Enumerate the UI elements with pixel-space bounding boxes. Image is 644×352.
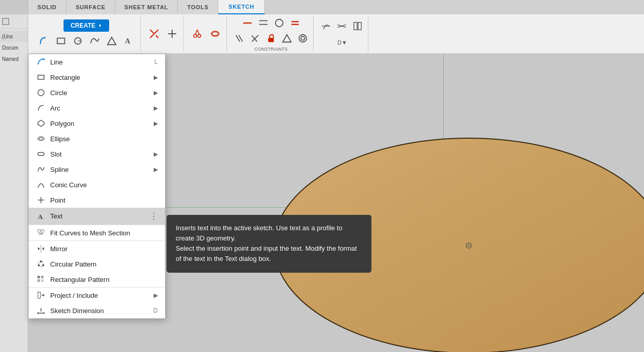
equal-icon[interactable]	[288, 16, 302, 30]
menu-item-slot-label: Slot	[50, 150, 154, 158]
menu-item-spline[interactable]: Spline ▶	[29, 162, 165, 177]
svg-marker-52	[38, 247, 40, 250]
browser-item-document[interactable]: Docum	[0, 42, 28, 53]
browser-panel: (Uns Docum Named	[0, 29, 28, 64]
menu-item-text[interactable]: A Text ⋮	[29, 208, 165, 225]
svg-rect-62	[38, 292, 40, 298]
create-dropdown-menu: Line L Rectangle ▶ Circle ▶ Arc ▶ Polygo…	[28, 54, 165, 319]
tab-tools[interactable]: TOOLS	[178, 0, 218, 14]
rect-tool-icon[interactable]	[53, 34, 69, 48]
triangle-tool-icon[interactable]	[104, 34, 119, 48]
menu-item-polygon[interactable]: Polygon ▶	[29, 116, 165, 131]
arc-tool-icon[interactable]	[36, 34, 52, 48]
menu-item-arc-label: Arc	[50, 104, 154, 112]
coincident-icon[interactable]	[240, 16, 255, 30]
create-button[interactable]: CREATE ▼	[64, 19, 109, 32]
menu-item-ellipse[interactable]: Ellipse	[29, 131, 165, 146]
tab-sketch[interactable]: SKETCH	[218, 0, 265, 14]
svg-line-6	[150, 30, 154, 33]
menu-item-rectangle-arrow: ▶	[154, 74, 158, 81]
dimension-tool-icon[interactable]: A	[121, 34, 136, 48]
horizontal-icon[interactable]	[335, 19, 349, 33]
menu-item-sketch-dimension-shortcut: D	[153, 307, 158, 314]
tooltip-line2: Select the insertion point and input the…	[176, 244, 362, 264]
circle-menu-icon	[36, 89, 46, 97]
drive-icon[interactable]: D▼	[335, 35, 349, 49]
circle-constraint-icon[interactable]	[272, 16, 286, 30]
left-sidebar: (Uns Docum Named	[0, 14, 28, 352]
tangent-icon[interactable]	[319, 19, 333, 33]
svg-line-7	[156, 35, 158, 38]
collinear-icon[interactable]	[256, 16, 271, 30]
tab-surface[interactable]: SURFACE	[67, 0, 115, 14]
menu-item-circle-label: Circle	[50, 89, 154, 97]
menu-item-spline-arrow: ▶	[154, 166, 158, 173]
rectangular-pattern-icon	[36, 275, 46, 283]
fit-curves-icon	[36, 229, 46, 237]
svg-marker-53	[42, 247, 44, 250]
svg-rect-59	[41, 276, 44, 278]
menu-item-arc-arrow: ▶	[154, 105, 158, 112]
menu-item-conic-curve[interactable]: Conic Curve	[29, 177, 165, 192]
menu-item-rectangle[interactable]: Rectangle ▶	[29, 70, 165, 85]
menu-item-circular-label: Circular Pattern	[50, 260, 158, 268]
svg-rect-31	[354, 22, 357, 30]
menu-item-project-include[interactable]: Project / Include ▶	[29, 287, 165, 303]
slot-menu-icon	[36, 150, 46, 158]
menu-item-polygon-arrow: ▶	[154, 120, 158, 127]
point-menu-icon	[36, 196, 46, 204]
svg-rect-49	[38, 230, 40, 232]
tab-sheet-metal[interactable]: SHEET METAL	[115, 0, 178, 14]
browser-item-unsaved[interactable]: (Uns	[0, 31, 28, 42]
menu-item-fit-label: Fit Curves to Mesh Section	[50, 229, 158, 237]
menu-item-sketch-dimension-label: Sketch Dimension	[50, 307, 153, 315]
svg-rect-34	[3, 18, 9, 25]
menu-item-fit-curves[interactable]: Fit Curves to Mesh Section	[29, 225, 165, 240]
menu-item-slot[interactable]: Slot ▶	[29, 146, 165, 162]
menu-item-sketch-dimension[interactable]: Sketch Dimension D	[29, 303, 165, 318]
menu-item-circular-pattern[interactable]: Circular Pattern	[29, 256, 165, 272]
concentric-icon[interactable]	[296, 31, 310, 46]
browser-item-named[interactable]: Named	[0, 53, 28, 64]
menu-item-line[interactable]: Line L	[29, 54, 165, 70]
more-constraints-section: D▼	[316, 16, 368, 52]
spline-menu-icon	[36, 165, 46, 173]
circle-tool-icon[interactable]	[70, 34, 86, 48]
scissors-icon[interactable]	[189, 26, 205, 42]
menu-item-rectangular-label: Rectangular Pattern	[50, 276, 158, 283]
svg-marker-25	[283, 35, 291, 42]
menu-item-circle[interactable]: Circle ▶	[29, 85, 165, 100]
extend-icon[interactable]	[164, 26, 180, 42]
menu-item-text-more[interactable]: ⋮	[150, 211, 158, 221]
menu-item-arc[interactable]: Arc ▶	[29, 100, 165, 116]
svg-point-41	[38, 90, 44, 96]
tooltip: Inserts text into the active sketch. Use…	[167, 215, 371, 273]
ellipse-menu-icon	[36, 135, 46, 143]
browser-item-1[interactable]	[0, 14, 28, 29]
split-icon[interactable]	[350, 19, 365, 33]
parallel-icon[interactable]	[232, 31, 246, 46]
svg-rect-60	[37, 279, 40, 282]
modify-label: CONSTRAINTS	[255, 47, 288, 52]
mirror-icon	[36, 245, 46, 253]
svg-point-17	[275, 19, 283, 27]
svg-point-26	[299, 35, 307, 42]
perpendicular-icon[interactable]	[248, 31, 262, 46]
triangle-constraint-icon[interactable]	[280, 31, 294, 46]
menu-item-rectangular-pattern[interactable]: Rectangular Pattern	[29, 272, 165, 287]
menu-item-circle-arrow: ▶	[154, 90, 158, 96]
svg-text:A: A	[125, 37, 131, 45]
menu-item-rectangle-label: Rectangle	[50, 74, 154, 81]
menu-item-text-label: Text	[50, 212, 148, 220]
spline-tool-icon[interactable]	[87, 34, 102, 48]
menu-item-mirror[interactable]: Mirror	[29, 240, 165, 256]
trim-icon[interactable]	[146, 26, 162, 42]
lock-icon[interactable]	[264, 31, 278, 46]
tab-solid[interactable]: SOLID	[28, 0, 67, 14]
circular-pattern-icon	[36, 260, 46, 268]
conic-menu-icon	[36, 181, 46, 189]
offset-icon[interactable]	[207, 26, 223, 42]
menu-item-spline-label: Spline	[50, 166, 154, 173]
modify-icons-section	[143, 16, 184, 52]
menu-item-point[interactable]: Point	[29, 192, 165, 208]
